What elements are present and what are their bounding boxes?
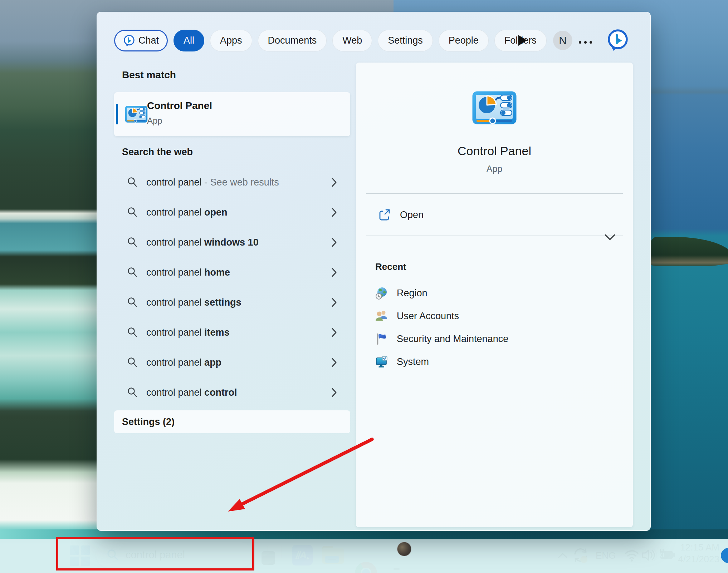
tab-chat[interactable]: Chat: [114, 30, 168, 51]
user-avatar[interactable]: N: [553, 31, 572, 50]
search-flyout-panel: Chat All Apps Documents Web Settings Peo…: [97, 12, 651, 531]
tab-documents[interactable]: Documents: [258, 30, 327, 51]
desktop: { "colors": { "accent_blue": "#0f63c5", …: [0, 0, 728, 573]
chevron-right-icon: [331, 177, 337, 188]
taskbar: [0, 539, 728, 573]
web-suggestion-row[interactable]: control panel open: [114, 201, 350, 224]
wallpaper-horizon-strip: [0, 529, 728, 539]
best-match-header: Best match: [122, 69, 176, 81]
search-icon: [127, 327, 138, 338]
recent-item-security-maintenance[interactable]: Security and Maintenance: [366, 329, 623, 349]
chevron-right-icon: [331, 237, 337, 248]
web-suggestion-row[interactable]: control panel home: [114, 261, 350, 284]
web-suggestion-row[interactable]: control panel windows 10: [114, 231, 350, 254]
more-tabs-play-icon[interactable]: [518, 35, 527, 46]
web-search-header: Search the web: [122, 147, 193, 158]
wallpaper-island: [648, 237, 728, 266]
bing-chat-icon: [123, 35, 135, 47]
users-icon: [375, 310, 388, 322]
search-icon: [127, 357, 138, 368]
web-suggestion-row[interactable]: control panel settings: [114, 291, 350, 314]
tab-people[interactable]: People: [439, 30, 489, 51]
chevron-right-icon: [331, 297, 337, 308]
web-suggestion-row[interactable]: control panel app: [114, 351, 350, 374]
open-action[interactable]: Open: [356, 203, 633, 227]
search-filter-tabs: Chat All Apps Documents Web Settings Peo…: [114, 30, 547, 51]
recent-header: Recent: [375, 261, 406, 272]
control-panel-icon: [472, 91, 517, 125]
search-icon: [127, 387, 138, 398]
tab-settings[interactable]: Settings: [378, 30, 433, 51]
bing-chat-button[interactable]: [606, 29, 629, 52]
globe-clock-icon: [375, 287, 388, 300]
search-icon: [127, 177, 138, 188]
recent-list: Region User Accounts Security and Mainte…: [366, 283, 623, 372]
tab-web[interactable]: Web: [332, 30, 372, 51]
web-suggestion-list: control panel - See web results control …: [114, 171, 350, 404]
settings-group-header[interactable]: Settings (2): [114, 410, 350, 433]
chrome-profile-avatar[interactable]: [397, 542, 411, 556]
web-suggestion-row[interactable]: control panel items: [114, 321, 350, 344]
external-link-icon: [378, 208, 391, 221]
flag-icon: [375, 332, 388, 345]
ellipsis-icon: [579, 41, 581, 44]
chevron-right-icon: [331, 387, 337, 398]
chevron-right-icon: [331, 207, 337, 218]
search-icon: [127, 297, 138, 308]
chevron-right-icon: [331, 357, 337, 368]
chevron-right-icon: [331, 327, 337, 338]
recent-item-region[interactable]: Region: [366, 283, 623, 303]
result-details-pane: Control Panel App Open Recent Regio: [356, 63, 633, 527]
search-icon: [127, 267, 138, 278]
monitor-icon: [375, 355, 388, 368]
divider: [366, 236, 623, 236]
recent-item-user-accounts[interactable]: User Accounts: [366, 306, 623, 326]
details-subtitle: App: [356, 164, 633, 174]
chevron-down-icon[interactable]: [603, 232, 617, 242]
chevron-right-icon: [331, 267, 337, 278]
search-icon: [127, 207, 138, 218]
selection-accent-bar: [116, 104, 118, 124]
tab-apps[interactable]: Apps: [210, 30, 252, 51]
web-suggestion-row[interactable]: control panel control: [114, 381, 350, 404]
web-suggestion-row[interactable]: control panel - See web results: [114, 171, 350, 194]
control-panel-icon: [125, 105, 148, 123]
recent-item-system[interactable]: System: [366, 351, 623, 372]
divider: [366, 193, 623, 194]
search-icon: [127, 237, 138, 248]
best-match-subtitle: App: [147, 116, 162, 126]
more-options-button[interactable]: [577, 39, 594, 46]
best-match-title: Control Panel: [147, 100, 212, 112]
details-title: Control Panel: [356, 144, 633, 158]
tab-all[interactable]: All: [174, 30, 204, 51]
best-match-result[interactable]: Control Panel App: [114, 92, 350, 136]
open-label: Open: [400, 209, 424, 221]
